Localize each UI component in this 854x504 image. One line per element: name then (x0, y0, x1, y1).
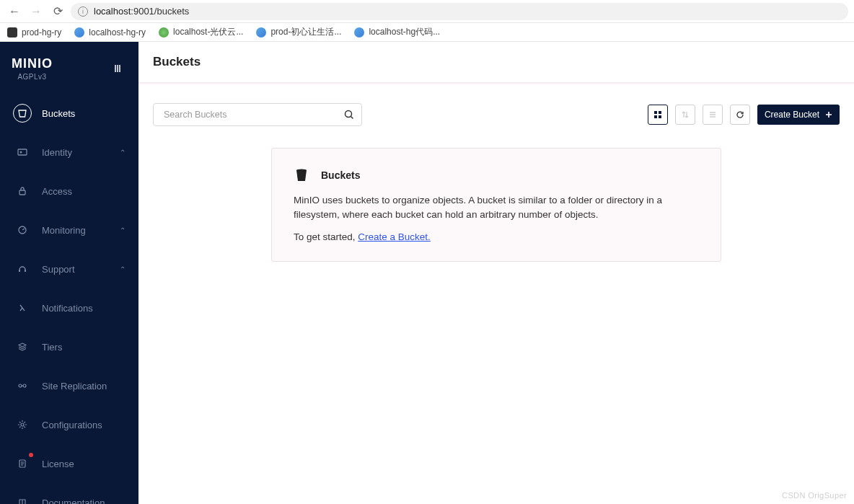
create-bucket-link[interactable]: Create a Bucket. (358, 231, 431, 242)
list-view-button[interactable] (703, 105, 723, 125)
sidebar-item-label: Access (42, 186, 72, 197)
create-bucket-label: Create Bucket (765, 110, 819, 120)
bookmark-label: localhost-光伏云... (173, 26, 243, 38)
svg-rect-14 (659, 115, 661, 118)
menu-collapse-icon (114, 63, 124, 74)
sidebar-item-monitoring[interactable]: Monitoring ⌃ (0, 211, 138, 249)
list-icon (708, 110, 717, 119)
create-bucket-button[interactable]: Create Bucket (757, 105, 840, 125)
bookmark-item[interactable]: localhost-hg代码... (354, 26, 440, 38)
sidebar-item-identity[interactable]: Identity ⌃ (0, 133, 138, 172)
main-content: Buckets Create Bucket (138, 42, 854, 504)
search-icon (343, 109, 355, 120)
sidebar-item-notifications[interactable]: Notifications (0, 288, 138, 327)
grid-icon (653, 110, 662, 119)
sidebar-item-label: Configurations (42, 420, 102, 430)
reload-button[interactable]: ⟳ (49, 3, 66, 20)
plus-icon (825, 111, 832, 118)
sidebar-header: MINIO AGPLv3 (0, 42, 138, 88)
svg-rect-2 (19, 190, 25, 195)
sidebar-item-access[interactable]: Access (0, 172, 138, 211)
bookmark-label: localhost-hg-ry (89, 27, 146, 37)
headset-icon (13, 260, 32, 278)
empty-state-header: Buckets (294, 167, 699, 183)
notification-dot-icon (29, 453, 33, 457)
favicon-icon (7, 27, 17, 37)
view-grid-button[interactable] (648, 105, 668, 125)
empty-state-card: Buckets MinIO uses buckets to organize o… (271, 148, 721, 262)
svg-rect-11 (654, 111, 657, 114)
svg-rect-5 (25, 270, 26, 272)
getstarted-prefix: To get started, (294, 231, 358, 242)
bookmark-label: prod-hg-ry (22, 27, 61, 37)
bookmark-item[interactable]: localhost-光伏云... (159, 26, 243, 38)
bucket-icon (13, 104, 32, 123)
site-info-icon[interactable]: i (78, 6, 88, 17)
favicon-icon (256, 27, 266, 37)
svg-point-15 (296, 169, 307, 172)
book-icon (13, 493, 32, 504)
bookmark-item[interactable]: prod-初心让生活... (256, 26, 341, 38)
svg-rect-13 (654, 115, 657, 118)
chevron-up-icon: ⌃ (120, 149, 126, 156)
empty-state-description: MinIO uses buckets to organize objects. … (294, 193, 699, 221)
browser-toolbar: ← → ⟳ i localhost:9001/buckets (0, 0, 854, 23)
svg-point-6 (19, 384, 22, 387)
bookmarks-bar: prod-hg-ry localhost-hg-ry localhost-光伏云… (0, 23, 854, 42)
sidebar-item-label: Identity (42, 147, 72, 158)
sidebar-collapse-button[interactable] (111, 61, 127, 76)
bookmark-item[interactable]: prod-hg-ry (7, 27, 61, 37)
lock-icon (13, 182, 32, 200)
bookmark-label: localhost-hg代码... (369, 26, 440, 38)
sidebar-item-label: License (42, 459, 74, 469)
sort-button[interactable] (675, 105, 695, 125)
sidebar-item-label: Tiers (42, 342, 62, 353)
sidebar-item-license[interactable]: License (0, 444, 138, 483)
empty-state-getstarted: To get started, Create a Bucket. (294, 231, 699, 242)
address-bar[interactable]: i localhost:9001/buckets (71, 3, 848, 20)
nav-list: Buckets Identity ⌃ Access Monitoring ⌃ S… (0, 88, 138, 504)
svg-rect-4 (19, 270, 20, 272)
logo-text: MINIO (12, 56, 53, 71)
refresh-button[interactable] (730, 105, 750, 125)
replicate-icon (13, 376, 32, 395)
chevron-up-icon: ⌃ (120, 226, 126, 234)
sidebar-item-site-replication[interactable]: Site Replication (0, 366, 138, 405)
bookmark-item[interactable]: localhost-hg-ry (74, 27, 146, 37)
watermark: CSDN OrigSuper (782, 491, 847, 500)
chart-icon (13, 221, 32, 239)
sidebar-item-label: Support (42, 264, 75, 275)
favicon-icon (159, 27, 169, 37)
sidebar-item-buckets[interactable]: Buckets (0, 94, 138, 133)
search-wrap (153, 103, 362, 126)
chevron-up-icon: ⌃ (120, 265, 126, 273)
svg-rect-12 (659, 111, 661, 114)
search-input[interactable] (153, 103, 362, 126)
svg-point-1 (20, 151, 22, 154)
sidebar-item-support[interactable]: Support ⌃ (0, 249, 138, 288)
favicon-icon (74, 27, 84, 37)
forward-button[interactable]: → (27, 3, 45, 20)
svg-point-10 (345, 111, 352, 118)
bookmark-label: prod-初心让生活... (270, 26, 341, 38)
sidebar-item-documentation[interactable]: Documentation (0, 483, 138, 504)
sidebar: MINIO AGPLv3 Buckets Identity ⌃ Access (0, 42, 138, 504)
sidebar-item-tiers[interactable]: Tiers (0, 327, 138, 366)
gear-icon (13, 415, 32, 434)
identity-icon (13, 143, 32, 162)
svg-point-8 (21, 423, 24, 426)
toolbar: Create Bucket (138, 84, 854, 133)
bucket-icon (294, 167, 309, 183)
sort-icon (681, 110, 690, 119)
logo-subtitle: AGPLv3 (17, 73, 46, 81)
sidebar-item-label: Notifications (42, 303, 93, 314)
url-text: localhost:9001/buckets (94, 6, 189, 17)
sidebar-item-configurations[interactable]: Configurations (0, 405, 138, 444)
svg-point-7 (23, 384, 26, 387)
sidebar-item-label: Monitoring (42, 225, 86, 236)
page-title: Buckets (138, 42, 854, 83)
logo: MINIO AGPLv3 (12, 56, 53, 81)
layers-icon (13, 337, 32, 356)
back-button[interactable]: ← (6, 3, 23, 20)
empty-state-title: Buckets (321, 169, 360, 181)
